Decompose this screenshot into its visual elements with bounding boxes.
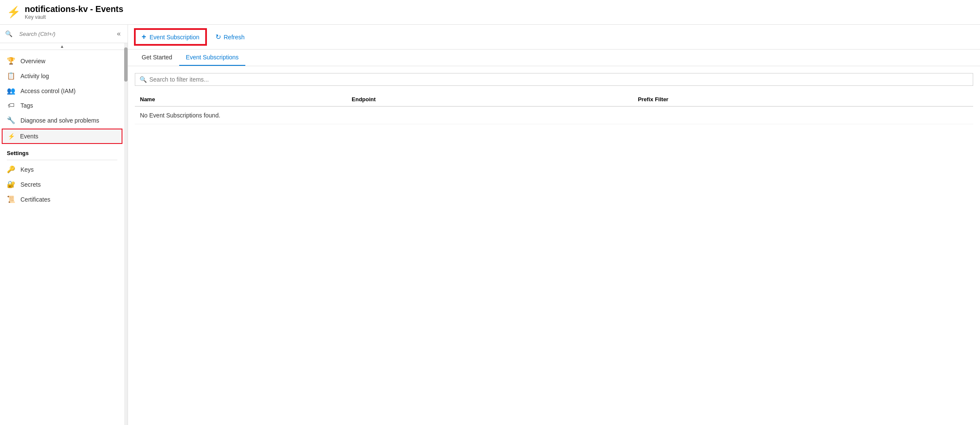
activity-log-icon: 📋: [7, 72, 15, 80]
refresh-label: Refresh: [224, 34, 244, 41]
sidebar-label-activity-log: Activity log: [20, 73, 49, 79]
search-filter-icon: 🔍: [140, 76, 147, 83]
col-name: Name: [135, 93, 346, 106]
tags-icon: 🏷: [7, 102, 15, 109]
col-prefix-filter: Prefix Filter: [633, 93, 973, 106]
table-empty-row: No Event Subscriptions found.: [135, 106, 973, 124]
event-subscription-label: Event Subscription: [150, 34, 200, 41]
sidebar-nav: 🏆 Overview 📋 Activity log 👥 Access contr…: [0, 50, 124, 210]
refresh-icon: ↻: [215, 33, 221, 41]
subscriptions-table: Name Endpoint Prefix Filter No Event Sub…: [135, 93, 973, 124]
sidebar-item-secrets[interactable]: 🔐 Secrets: [0, 177, 124, 192]
diagnose-icon: 🔧: [7, 116, 15, 124]
sidebar-item-diagnose[interactable]: 🔧 Diagnose and solve problems: [0, 113, 124, 128]
main-panel: 🔍 Name Endpoint Prefix Filter No Event S…: [128, 66, 980, 425]
settings-divider: [7, 160, 117, 160]
overview-icon: 🏆: [7, 57, 15, 65]
tab-event-subscriptions-label: Event Subscriptions: [186, 54, 239, 61]
keyvault-icon: ⚡: [7, 6, 20, 19]
sidebar-body: ▲ 🏆 Overview 📋 Activity log: [0, 43, 128, 425]
filter-search-input[interactable]: [149, 76, 968, 83]
sidebar-scrollbar-thumb[interactable]: [124, 47, 128, 82]
sidebar-item-activity-log[interactable]: 📋 Activity log: [0, 68, 124, 83]
table-body: No Event Subscriptions found.: [135, 106, 973, 124]
events-icon: ⚡: [8, 133, 15, 140]
sidebar-item-certificates[interactable]: 📜 Certificates: [0, 192, 124, 207]
sidebar-item-events[interactable]: ⚡ Events: [2, 129, 122, 144]
keys-icon: 🔑: [7, 165, 15, 173]
sidebar-item-iam[interactable]: 👥 Access control (IAM): [0, 83, 124, 98]
secrets-icon: 🔐: [7, 180, 15, 188]
page-header: ⚡ notifications-kv - Events Key vault: [0, 0, 980, 25]
sidebar-nav-content: ▲ 🏆 Overview 📋 Activity log: [0, 43, 124, 425]
sidebar-item-overview[interactable]: 🏆 Overview: [0, 53, 124, 68]
main-content: + Event Subscription ↻ Refresh Get Start…: [128, 25, 980, 425]
sidebar-label-overview: Overview: [20, 58, 45, 64]
table-header: Name Endpoint Prefix Filter: [135, 93, 973, 106]
toolbar: + Event Subscription ↻ Refresh: [128, 25, 980, 50]
tab-event-subscriptions[interactable]: Event Subscriptions: [179, 50, 246, 66]
page-subtitle: Key vault: [25, 14, 123, 20]
settings-section-title: Settings: [0, 145, 124, 158]
sidebar-search-input[interactable]: [15, 29, 113, 39]
table-header-row: Name Endpoint Prefix Filter: [135, 93, 973, 106]
sidebar-label-tags: Tags: [20, 102, 33, 109]
sidebar: 🔍 « ▲ 🏆 Overview: [0, 25, 128, 425]
sidebar-item-tags[interactable]: 🏷 Tags: [0, 98, 124, 113]
tab-bar: Get Started Event Subscriptions: [128, 50, 980, 66]
sidebar-label-events: Events: [20, 133, 38, 140]
sidebar-label-iam: Access control (IAM): [20, 88, 76, 94]
sidebar-scrollbar: [124, 43, 128, 425]
sidebar-item-keys[interactable]: 🔑 Keys: [0, 162, 124, 177]
page-title: notifications-kv - Events: [25, 4, 123, 14]
certificates-icon: 📜: [7, 195, 15, 203]
collapse-sidebar-button[interactable]: «: [115, 28, 122, 39]
body-layout: 🔍 « ▲ 🏆 Overview: [0, 25, 980, 425]
empty-message: No Event Subscriptions found.: [135, 106, 973, 124]
tab-get-started[interactable]: Get Started: [135, 50, 179, 66]
sidebar-label-diagnose: Diagnose and solve problems: [20, 117, 99, 124]
filter-search-bar: 🔍: [135, 73, 973, 86]
sidebar-label-keys: Keys: [20, 166, 34, 173]
iam-icon: 👥: [7, 87, 15, 95]
scroll-up-indicator: ▲: [0, 43, 124, 50]
event-subscription-button[interactable]: + Event Subscription: [135, 29, 206, 45]
sidebar-search-row: 🔍 «: [0, 25, 128, 43]
sidebar-label-secrets: Secrets: [20, 181, 41, 188]
search-icon: 🔍: [5, 30, 12, 37]
sidebar-label-certificates: Certificates: [20, 196, 50, 203]
tab-get-started-label: Get Started: [142, 54, 172, 61]
col-endpoint: Endpoint: [346, 93, 633, 106]
refresh-button[interactable]: ↻ Refresh: [209, 30, 250, 44]
plus-icon: +: [142, 32, 146, 41]
